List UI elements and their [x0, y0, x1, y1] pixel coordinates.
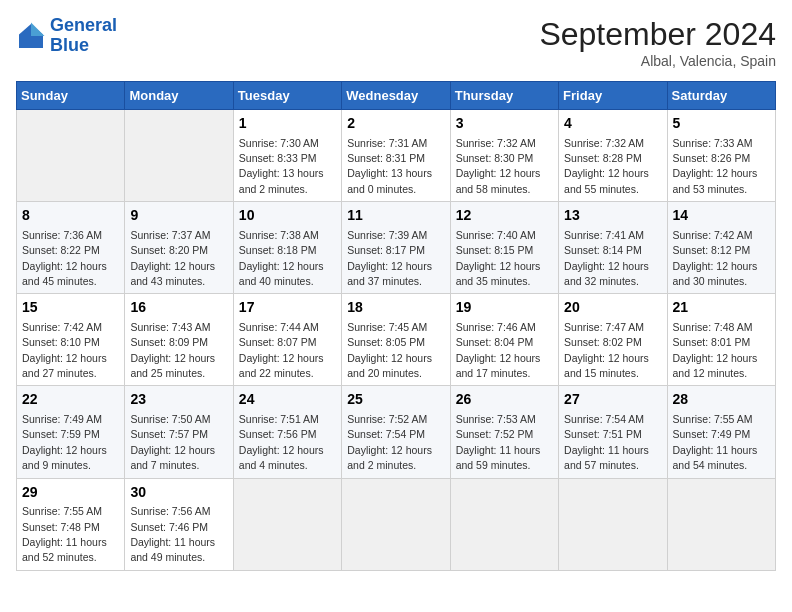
day-info: Sunrise: 7:49 AMSunset: 7:59 PMDaylight:… — [22, 413, 107, 471]
day-number: 17 — [239, 298, 336, 318]
weekday-saturday: Saturday — [667, 82, 775, 110]
day-info: Sunrise: 7:48 AMSunset: 8:01 PMDaylight:… — [673, 321, 758, 379]
day-number: 20 — [564, 298, 661, 318]
day-info: Sunrise: 7:56 AMSunset: 7:46 PMDaylight:… — [130, 505, 215, 563]
page-header: General Blue September 2024 Albal, Valen… — [16, 16, 776, 69]
weekday-sunday: Sunday — [17, 82, 125, 110]
calendar-cell: 14Sunrise: 7:42 AMSunset: 8:12 PMDayligh… — [667, 202, 775, 294]
day-number: 28 — [673, 390, 770, 410]
day-number: 4 — [564, 114, 661, 134]
weekday-tuesday: Tuesday — [233, 82, 341, 110]
calendar-cell: 22Sunrise: 7:49 AMSunset: 7:59 PMDayligh… — [17, 386, 125, 478]
day-info: Sunrise: 7:55 AMSunset: 7:49 PMDaylight:… — [673, 413, 758, 471]
calendar-cell: 15Sunrise: 7:42 AMSunset: 8:10 PMDayligh… — [17, 294, 125, 386]
calendar-cell: 16Sunrise: 7:43 AMSunset: 8:09 PMDayligh… — [125, 294, 233, 386]
weekday-wednesday: Wednesday — [342, 82, 450, 110]
logo: General Blue — [16, 16, 117, 56]
day-info: Sunrise: 7:51 AMSunset: 7:56 PMDaylight:… — [239, 413, 324, 471]
day-info: Sunrise: 7:30 AMSunset: 8:33 PMDaylight:… — [239, 137, 324, 195]
calendar-cell: 19Sunrise: 7:46 AMSunset: 8:04 PMDayligh… — [450, 294, 558, 386]
svg-marker-1 — [31, 22, 45, 36]
day-info: Sunrise: 7:33 AMSunset: 8:26 PMDaylight:… — [673, 137, 758, 195]
weekday-thursday: Thursday — [450, 82, 558, 110]
day-number: 19 — [456, 298, 553, 318]
day-info: Sunrise: 7:54 AMSunset: 7:51 PMDaylight:… — [564, 413, 649, 471]
day-info: Sunrise: 7:32 AMSunset: 8:30 PMDaylight:… — [456, 137, 541, 195]
calendar-cell: 3Sunrise: 7:32 AMSunset: 8:30 PMDaylight… — [450, 110, 558, 202]
calendar-cell: 18Sunrise: 7:45 AMSunset: 8:05 PMDayligh… — [342, 294, 450, 386]
calendar-cell: 30Sunrise: 7:56 AMSunset: 7:46 PMDayligh… — [125, 478, 233, 570]
day-number: 30 — [130, 483, 227, 503]
weekday-monday: Monday — [125, 82, 233, 110]
calendar-cell: 29Sunrise: 7:55 AMSunset: 7:48 PMDayligh… — [17, 478, 125, 570]
logo-icon — [16, 21, 46, 51]
day-number: 26 — [456, 390, 553, 410]
day-number: 21 — [673, 298, 770, 318]
calendar-cell: 12Sunrise: 7:40 AMSunset: 8:15 PMDayligh… — [450, 202, 558, 294]
day-info: Sunrise: 7:38 AMSunset: 8:18 PMDaylight:… — [239, 229, 324, 287]
calendar-cell — [342, 478, 450, 570]
day-info: Sunrise: 7:43 AMSunset: 8:09 PMDaylight:… — [130, 321, 215, 379]
calendar-cell — [125, 110, 233, 202]
logo-text: General Blue — [50, 16, 117, 56]
day-info: Sunrise: 7:46 AMSunset: 8:04 PMDaylight:… — [456, 321, 541, 379]
calendar-cell: 28Sunrise: 7:55 AMSunset: 7:49 PMDayligh… — [667, 386, 775, 478]
calendar-cell: 17Sunrise: 7:44 AMSunset: 8:07 PMDayligh… — [233, 294, 341, 386]
calendar-cell: 25Sunrise: 7:52 AMSunset: 7:54 PMDayligh… — [342, 386, 450, 478]
weekday-friday: Friday — [559, 82, 667, 110]
day-number: 24 — [239, 390, 336, 410]
day-number: 27 — [564, 390, 661, 410]
week-row-2: 8Sunrise: 7:36 AMSunset: 8:22 PMDaylight… — [17, 202, 776, 294]
week-row-1: 1Sunrise: 7:30 AMSunset: 8:33 PMDaylight… — [17, 110, 776, 202]
calendar-cell: 5Sunrise: 7:33 AMSunset: 8:26 PMDaylight… — [667, 110, 775, 202]
calendar-table: SundayMondayTuesdayWednesdayThursdayFrid… — [16, 81, 776, 571]
day-number: 9 — [130, 206, 227, 226]
week-row-3: 15Sunrise: 7:42 AMSunset: 8:10 PMDayligh… — [17, 294, 776, 386]
calendar-cell: 4Sunrise: 7:32 AMSunset: 8:28 PMDaylight… — [559, 110, 667, 202]
day-info: Sunrise: 7:47 AMSunset: 8:02 PMDaylight:… — [564, 321, 649, 379]
calendar-cell: 1Sunrise: 7:30 AMSunset: 8:33 PMDaylight… — [233, 110, 341, 202]
day-info: Sunrise: 7:41 AMSunset: 8:14 PMDaylight:… — [564, 229, 649, 287]
day-number: 16 — [130, 298, 227, 318]
day-number: 13 — [564, 206, 661, 226]
calendar-cell — [17, 110, 125, 202]
day-number: 11 — [347, 206, 444, 226]
day-info: Sunrise: 7:32 AMSunset: 8:28 PMDaylight:… — [564, 137, 649, 195]
day-number: 2 — [347, 114, 444, 134]
calendar-cell: 26Sunrise: 7:53 AMSunset: 7:52 PMDayligh… — [450, 386, 558, 478]
day-info: Sunrise: 7:42 AMSunset: 8:10 PMDaylight:… — [22, 321, 107, 379]
day-number: 18 — [347, 298, 444, 318]
day-info: Sunrise: 7:50 AMSunset: 7:57 PMDaylight:… — [130, 413, 215, 471]
week-row-4: 22Sunrise: 7:49 AMSunset: 7:59 PMDayligh… — [17, 386, 776, 478]
day-number: 3 — [456, 114, 553, 134]
day-info: Sunrise: 7:40 AMSunset: 8:15 PMDaylight:… — [456, 229, 541, 287]
day-number: 1 — [239, 114, 336, 134]
calendar-cell: 20Sunrise: 7:47 AMSunset: 8:02 PMDayligh… — [559, 294, 667, 386]
calendar-cell — [559, 478, 667, 570]
title-block: September 2024 Albal, Valencia, Spain — [539, 16, 776, 69]
day-info: Sunrise: 7:31 AMSunset: 8:31 PMDaylight:… — [347, 137, 432, 195]
day-info: Sunrise: 7:44 AMSunset: 8:07 PMDaylight:… — [239, 321, 324, 379]
day-info: Sunrise: 7:37 AMSunset: 8:20 PMDaylight:… — [130, 229, 215, 287]
day-number: 23 — [130, 390, 227, 410]
calendar-cell: 23Sunrise: 7:50 AMSunset: 7:57 PMDayligh… — [125, 386, 233, 478]
day-number: 25 — [347, 390, 444, 410]
day-number: 8 — [22, 206, 119, 226]
calendar-cell: 24Sunrise: 7:51 AMSunset: 7:56 PMDayligh… — [233, 386, 341, 478]
day-info: Sunrise: 7:42 AMSunset: 8:12 PMDaylight:… — [673, 229, 758, 287]
day-number: 29 — [22, 483, 119, 503]
location: Albal, Valencia, Spain — [539, 53, 776, 69]
day-info: Sunrise: 7:45 AMSunset: 8:05 PMDaylight:… — [347, 321, 432, 379]
calendar-cell: 27Sunrise: 7:54 AMSunset: 7:51 PMDayligh… — [559, 386, 667, 478]
day-number: 12 — [456, 206, 553, 226]
calendar-cell: 2Sunrise: 7:31 AMSunset: 8:31 PMDaylight… — [342, 110, 450, 202]
day-info: Sunrise: 7:36 AMSunset: 8:22 PMDaylight:… — [22, 229, 107, 287]
calendar-cell: 21Sunrise: 7:48 AMSunset: 8:01 PMDayligh… — [667, 294, 775, 386]
calendar-cell: 9Sunrise: 7:37 AMSunset: 8:20 PMDaylight… — [125, 202, 233, 294]
calendar-cell — [450, 478, 558, 570]
day-number: 5 — [673, 114, 770, 134]
day-info: Sunrise: 7:39 AMSunset: 8:17 PMDaylight:… — [347, 229, 432, 287]
day-number: 14 — [673, 206, 770, 226]
day-info: Sunrise: 7:52 AMSunset: 7:54 PMDaylight:… — [347, 413, 432, 471]
day-info: Sunrise: 7:53 AMSunset: 7:52 PMDaylight:… — [456, 413, 541, 471]
